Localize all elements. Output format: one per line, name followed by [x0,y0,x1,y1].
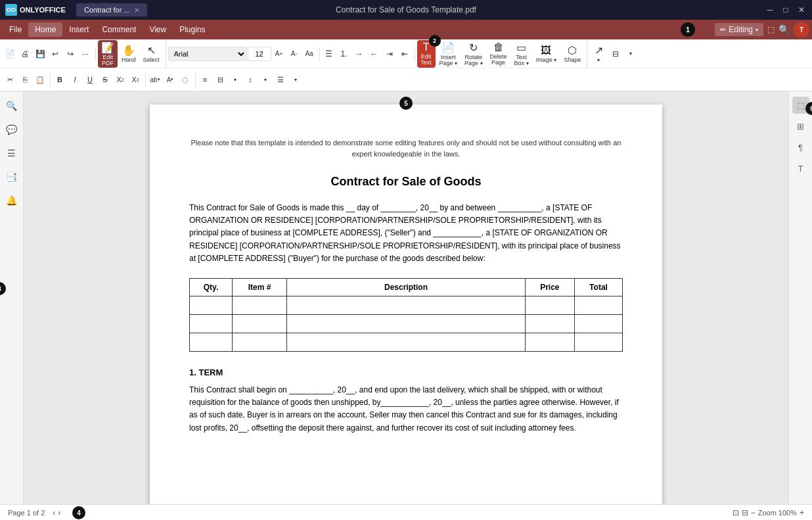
hint-circle-5: 5 [399,97,413,110]
next-page-btn[interactable]: › [58,508,60,517]
select-btn[interactable]: ↖ Select [140,40,163,68]
shape-btn[interactable]: ⬡ Shape [560,40,584,68]
zoom-controls: ⊡ ⊟ − Zoom 100% + [733,508,804,517]
numbered-list-btn[interactable]: 1. [337,47,351,61]
status-right: ⊡ ⊟ − Zoom 100% + [733,508,804,517]
select2-btn[interactable]: ↗ ▾ [589,40,608,68]
indent-in2-btn[interactable]: ⇥ [382,47,397,61]
align-center2-btn[interactable]: ▾ [623,47,638,61]
new-btn[interactable]: 📄 [3,47,17,61]
copy-btn[interactable]: ⎘ [18,72,32,87]
menu-view[interactable]: View [143,22,173,37]
table-cell [525,296,574,314]
menu-file[interactable]: File [3,22,28,37]
minimize-btn[interactable]: ─ [765,5,775,14]
section1-body[interactable]: This Contract shall begin on __________,… [189,384,623,435]
clear-format-btn[interactable]: ◌ [178,72,192,87]
sidebar-search-btn[interactable]: 🔍 [3,97,21,115]
redo-btn[interactable]: ↪ [63,47,78,61]
right-panel-text-btn[interactable]: T [792,160,809,177]
font-name-select[interactable]: Arial [168,47,247,61]
prev-page-btn[interactable]: ‹ [53,508,55,517]
hand-label: Hand [122,57,136,63]
text-box-label: TextBox ▾ [514,55,529,66]
section1-title: 1. TERM [189,367,623,377]
menu-comment[interactable]: Comment [95,22,143,37]
tab-active[interactable]: Contract for ... ✕ [76,3,147,16]
increase-font-btn[interactable]: A+ [272,47,286,61]
format-bold-group: B I U S X2 X2 [53,72,146,87]
bold-btn[interactable]: B [53,72,67,87]
zoom-in-btn[interactable]: + [800,508,804,517]
menu-plugins[interactable]: Plugins [173,22,212,37]
italic-btn[interactable]: I [68,72,82,87]
menu-home[interactable]: Home [28,22,62,37]
insert-page-icon: 📄 [441,41,455,54]
tab-close-btn[interactable]: ✕ [134,7,139,14]
bullets-btn[interactable]: ☰ [322,47,336,61]
right-panel-grid-btn[interactable]: ⊞ [792,118,809,135]
user-avatar[interactable]: T [794,22,809,37]
superscript-btn[interactable]: X2 [113,72,127,87]
indent-out2-btn[interactable]: ⇤ [397,47,412,61]
editing-mode-label: Editing [729,25,753,34]
line-spacing-btn[interactable]: ▾ [258,72,273,87]
print-btn[interactable]: 🖨 [18,47,32,61]
more-btn[interactable]: ··· [78,47,93,61]
align-left-btn[interactable]: ≡ [198,72,212,87]
col-qty: Qty. [190,278,233,296]
strikethrough-btn[interactable]: S [98,72,112,87]
hint-circle-2: 2 [429,35,441,47]
subscript-btn[interactable]: X2 [128,72,143,87]
font-color-btn[interactable]: A▾ [163,72,177,87]
hand-btn[interactable]: ✋ Hand [118,40,139,68]
zoom-out-btn[interactable]: − [751,508,756,517]
vertical-align-btn[interactable]: ↕ [243,72,258,87]
right-panel-para-btn[interactable]: ¶ [792,139,809,156]
decrease-font-btn[interactable]: A- [287,47,302,61]
undo-btn[interactable]: ↩ [48,47,62,61]
select2-label: ▾ [597,57,600,63]
shape-icon: ⬡ [568,44,577,57]
highlight-color-btn[interactable]: ab▾ [148,72,162,87]
editing-mode-btn[interactable]: ✏ Editing ▾ [715,23,763,36]
image-btn[interactable]: 🖼 Image ▾ [533,40,560,68]
document-body-para1[interactable]: This Contract for Sale of Goods is made … [189,202,623,265]
cut-btn[interactable]: ✂ [3,72,17,87]
sidebar-pages-btn[interactable]: 📑 [3,168,21,186]
align-right-btn[interactable]: ▾ [228,72,242,87]
column-chevron-btn[interactable]: ▾ [288,72,303,87]
text-box-btn[interactable]: ▭ TextBox ▾ [511,40,532,68]
column-btn[interactable]: ☰ [273,72,288,87]
expand-icon[interactable]: ⬚ [767,25,775,34]
formatting-group: ☰ 1. → ← ⇥ ⇤ [322,47,415,61]
align-left2-btn[interactable]: ⊟ [608,47,623,61]
edit-text-btn[interactable]: T EditText 2 [417,40,436,68]
font-size-input[interactable] [248,47,271,61]
sidebar-headings-btn[interactable]: ☰ [3,144,21,162]
close-btn[interactable]: ✕ [796,5,807,14]
indent-decrease-btn[interactable]: ← [367,47,382,61]
paste-btn[interactable]: 📋 [33,72,47,87]
search-icon[interactable]: 🔍 [778,24,790,35]
maximize-btn[interactable]: □ [780,5,791,14]
table-row [190,314,623,333]
hand-icon: ✋ [122,44,135,57]
fit-width-btn[interactable]: ⊟ [742,508,748,517]
font-case-btn[interactable]: Aa [302,47,317,61]
save-btn[interactable]: 💾 [33,47,47,61]
fit-page-btn[interactable]: ⊡ [733,508,739,517]
menu-insert[interactable]: Insert [62,22,95,37]
rotate-page-btn[interactable]: ↻ RotatePage ▾ [461,40,486,68]
table-cell [525,333,574,351]
indent-increase-btn[interactable]: → [352,47,367,61]
sidebar-comments-btn[interactable]: 💬 [3,120,21,139]
rotate-page-label: RotatePage ▾ [464,55,483,66]
sidebar-notifications-btn[interactable]: 🔔 [3,191,21,210]
col-description: Description [287,278,525,296]
underline-btn[interactable]: U [83,72,97,87]
doc-area[interactable]: 5 Please note that this template is inte… [24,91,788,504]
delete-page-btn[interactable]: 🗑 DeletePage [487,40,510,68]
align-center-btn[interactable]: ⊟ [213,72,227,87]
edit-pdf-btn[interactable]: 📝 EditPDF [98,40,118,68]
